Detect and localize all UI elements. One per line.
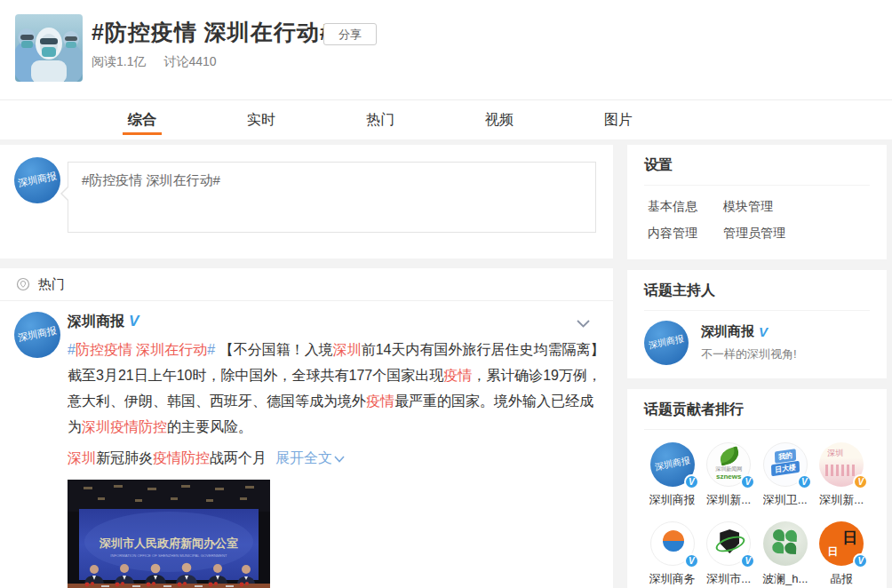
- share-button[interactable]: 分享: [323, 23, 377, 45]
- contributor-item[interactable]: 深圳商报V深圳商报: [644, 442, 701, 508]
- settings-link[interactable]: 内容管理: [648, 226, 723, 242]
- hot-section-header: 热门: [0, 268, 613, 301]
- verified-badge-icon: V: [853, 553, 868, 568]
- contributor-avatar[interactable]: V: [706, 521, 751, 566]
- left-column: 深圳商报 #防控疫情 深圳在行动# 热门 深圳商报 深圳商报 V: [0, 145, 613, 588]
- post-head: 深圳商报 V: [68, 312, 613, 331]
- host-card-title: 话题主持人: [644, 270, 870, 311]
- expand-full-text-link[interactable]: 展开全文: [275, 450, 345, 465]
- contributor-name[interactable]: 深圳商报: [649, 492, 696, 508]
- avatar-brand-mark: 深圳商报: [644, 331, 689, 353]
- host-name[interactable]: 深圳商报: [701, 323, 754, 340]
- compose-input[interactable]: #防控疫情 深圳在行动#: [68, 162, 596, 233]
- verified-badge-icon: V: [684, 474, 699, 489]
- post-keyword-link[interactable]: 深圳: [333, 342, 362, 357]
- main-content: 深圳商报 #防控疫情 深圳在行动# 热门 深圳商报 深圳商报 V: [0, 139, 892, 588]
- avatar-brand-mark: 深圳商报: [14, 323, 60, 346]
- contributor-item[interactable]: V深圳商务: [644, 521, 701, 587]
- contributor-name[interactable]: 晶报: [830, 571, 853, 587]
- contributor-item[interactable]: 日日V晶报: [814, 521, 871, 587]
- compose-card: 深圳商报 #防控疫情 深圳在行动#: [0, 145, 613, 258]
- contributor-name[interactable]: 深圳新...: [706, 492, 751, 508]
- post-keyword-link[interactable]: 深圳: [68, 450, 96, 465]
- tab-bar-list: 综合实时热门视频图片: [0, 100, 892, 139]
- contributor-avatar[interactable]: 我的日大楼V: [763, 442, 808, 487]
- settings-link[interactable]: 模块管理: [723, 199, 799, 215]
- contributor-item[interactable]: V深圳市...: [701, 521, 758, 587]
- contributors-grid: 深圳商报V深圳商报深圳新闻网sznewsV深圳新...我的日大楼V深圳卫...深…: [644, 430, 870, 588]
- post-menu-chevron-down-icon[interactable]: [577, 315, 590, 331]
- tab-item[interactable]: 图片: [559, 100, 678, 139]
- contributor-name[interactable]: 深圳商务: [649, 571, 696, 587]
- avatar-brand-mark: 深圳商报: [650, 453, 695, 474]
- contributor-item[interactable]: 波澜_h...: [757, 521, 814, 587]
- contributor-avatar[interactable]: 日日V: [819, 521, 864, 566]
- post: 深圳商报 深圳商报 V #防控疫情 深圳在行动# 【不分国籍！入境深圳前14天内…: [0, 301, 613, 588]
- host-row: 深圳商报 深圳商报 V 不一样的深圳视角!: [644, 311, 870, 378]
- tab-item[interactable]: 实时: [202, 100, 321, 139]
- backdrop-subtitle: INFORMATION OFFICE OF SHENZHEN MUNICIPAL…: [110, 553, 227, 558]
- hot-section-title: 热门: [38, 276, 65, 293]
- settings-link[interactable]: 管理员管理: [723, 226, 799, 242]
- press-conference-image[interactable]: 深圳市人民政府新闻办公室 INFORMATION OFFICE OF SHENZ…: [68, 480, 270, 588]
- right-sidebar: 设置 基本信息模块管理内容管理管理员管理 话题主持人 深圳商报 深圳商报 V 不…: [627, 145, 887, 588]
- post-keyword-link[interactable]: 深圳疫情防控: [82, 419, 167, 434]
- contributor-item[interactable]: 深圳新闻网sznewsV深圳新...: [701, 442, 758, 508]
- verified-badge-icon: V: [797, 474, 812, 489]
- tab-item[interactable]: 视频: [440, 100, 559, 139]
- page-title: #防控疫情 深圳在行动#: [92, 18, 333, 47]
- post-keyword-link[interactable]: 疫情: [443, 368, 472, 383]
- avatar-brand-mark: 深圳: [827, 448, 843, 459]
- host-card: 话题主持人 深圳商报 深圳商报 V 不一样的深圳视角!: [627, 270, 887, 378]
- post-more-text: 深圳新冠肺炎疫情防控战两个月: [68, 450, 267, 465]
- post-keyword-link[interactable]: #: [207, 342, 215, 357]
- post-keyword-link[interactable]: 疫情: [366, 393, 394, 409]
- contributor-name[interactable]: 深圳卫...: [763, 492, 808, 508]
- contributor-name[interactable]: 深圳市...: [706, 571, 751, 587]
- contributor-avatar[interactable]: 深圳商报V: [650, 442, 695, 487]
- settings-title: 设置: [644, 145, 870, 186]
- topic-cover-image: [15, 14, 83, 82]
- contributor-avatar[interactable]: [763, 521, 808, 566]
- post-author-avatar[interactable]: 深圳商报: [14, 312, 60, 358]
- avatar-image: [763, 521, 808, 566]
- avatar-brand-mark: 日: [827, 544, 838, 560]
- avatar-brand-mark: 日: [842, 528, 857, 548]
- post-keyword-link[interactable]: #: [68, 342, 76, 357]
- post-keyword-link[interactable]: 防控疫情 深圳在行动: [76, 342, 207, 357]
- contributors-title: 话题贡献者排行: [644, 389, 870, 430]
- avatar-brand-mark: 深圳商报: [14, 169, 60, 191]
- tab-item-active[interactable]: 综合: [83, 100, 202, 139]
- post-text-segment: 【不分国籍！入境: [215, 342, 332, 357]
- post-keyword-link[interactable]: 疫情防控: [153, 450, 210, 465]
- contributor-avatar[interactable]: 深圳新闻网sznewsV: [706, 442, 751, 487]
- settings-link[interactable]: 基本信息: [648, 199, 723, 215]
- verified-badge-icon: V: [684, 553, 699, 568]
- post-text-segment: 战两个月: [210, 450, 267, 465]
- post-more-line: 深圳新冠肺炎疫情防控战两个月展开全文: [68, 445, 604, 471]
- post-author-name[interactable]: 深圳商报: [68, 313, 124, 331]
- contributor-name[interactable]: 深圳新...: [819, 492, 864, 508]
- verified-badge-icon: V: [129, 313, 139, 330]
- verified-badge-icon: V: [740, 474, 755, 489]
- tab-bar: 综合实时热门视频图片: [0, 99, 892, 139]
- host-description: 不一样的深圳视角!: [701, 346, 797, 362]
- contributor-avatar[interactable]: 深圳V: [819, 442, 864, 487]
- post-text-segment: 新冠肺炎: [96, 450, 153, 465]
- post-text: #防控疫情 深圳在行动# 【不分国籍！入境深圳前14天内有国外旅行居住史均需隔离…: [68, 337, 606, 440]
- reads-count: 阅读1.1亿: [92, 54, 146, 68]
- contributor-avatar[interactable]: V: [650, 521, 695, 566]
- contributor-name[interactable]: 波澜_h...: [762, 571, 808, 587]
- chevron-down-icon: [334, 456, 345, 463]
- tab-item[interactable]: 热门: [321, 100, 440, 139]
- settings-links: 基本信息模块管理内容管理管理员管理: [644, 186, 870, 259]
- verified-badge-icon: V: [853, 474, 868, 489]
- host-avatar[interactable]: 深圳商报: [644, 321, 689, 365]
- verified-badge-icon: V: [740, 553, 755, 568]
- topic-header: #防控疫情 深圳在行动# 分享 阅读1.1亿讨论4410: [0, 0, 892, 99]
- current-user-avatar[interactable]: 深圳商报: [14, 157, 60, 203]
- contributor-item[interactable]: 我的日大楼V深圳卫...: [757, 442, 814, 508]
- backdrop-title: 深圳市人民政府新闻办公室: [99, 536, 238, 550]
- contributor-item[interactable]: 深圳V深圳新...: [814, 442, 871, 508]
- verified-badge-icon: V: [759, 324, 768, 339]
